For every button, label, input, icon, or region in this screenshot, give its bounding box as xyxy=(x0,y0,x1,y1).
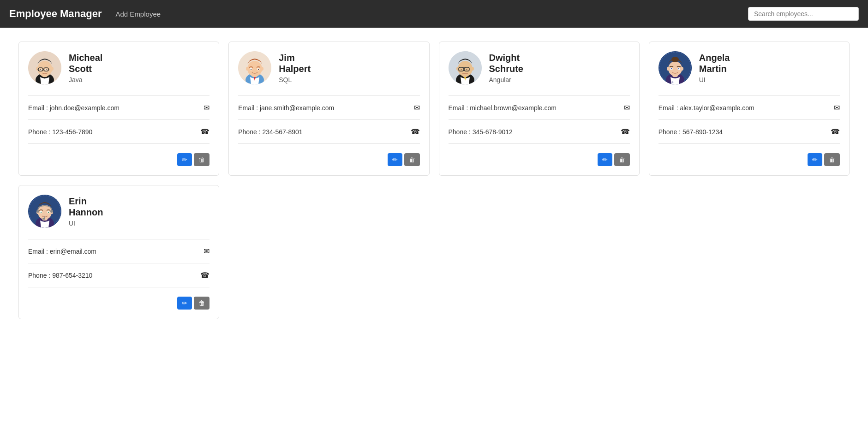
phone-icon: ☎ xyxy=(200,127,210,136)
card-actions: ✏ 🗑 xyxy=(28,297,210,310)
card-actions: ✏ 🗑 xyxy=(449,153,630,166)
edit-button[interactable]: ✏ xyxy=(598,153,612,166)
email-divider xyxy=(28,239,210,239)
svg-point-30 xyxy=(471,67,474,71)
email-icon: ✉ xyxy=(414,103,420,112)
phone-row: Phone : 234-567-8901 ☎ xyxy=(238,124,419,140)
card-name-dept: MichealScott Java xyxy=(69,52,102,83)
actions-divider xyxy=(28,143,210,144)
empty-cell xyxy=(439,185,640,319)
svg-point-3 xyxy=(37,61,52,77)
employee-name: DwightSchrute xyxy=(489,52,523,74)
employee-card: ✦ AngelaMartin UI Email : alex.taylor@ex… xyxy=(649,42,850,176)
phone-divider xyxy=(238,119,419,120)
svg-text:✦: ✦ xyxy=(670,80,674,84)
add-employee-link[interactable]: Add Employee xyxy=(116,10,161,18)
email-divider xyxy=(28,95,210,96)
employee-dept: UI xyxy=(69,220,103,227)
card-header: DwightSchrute Angular xyxy=(449,51,630,84)
phone-divider xyxy=(28,263,210,263)
actions-divider xyxy=(28,287,210,287)
svg-point-44 xyxy=(671,57,679,62)
employee-name: MichealScott xyxy=(69,52,102,74)
phone-divider xyxy=(28,119,210,120)
employee-name: JimHalpert xyxy=(279,52,311,74)
employee-name: ErinHannon xyxy=(69,196,103,218)
svg-point-60 xyxy=(48,212,49,213)
edit-button[interactable]: ✏ xyxy=(177,153,192,166)
employee-dept: Java xyxy=(69,76,102,83)
email-icon: ✉ xyxy=(204,247,210,256)
phone-icon: ☎ xyxy=(411,127,420,136)
employee-name: AngelaMartin xyxy=(699,52,730,74)
email-row: Email : john.doe@example.com ✉ xyxy=(28,100,210,116)
avatar xyxy=(238,51,271,84)
svg-point-35 xyxy=(466,69,467,70)
svg-point-42 xyxy=(667,67,670,71)
email-label: Email : john.doe@example.com xyxy=(28,104,120,112)
phone-row: Phone : 567-890-1234 ☎ xyxy=(658,124,840,140)
actions-divider xyxy=(658,143,840,144)
svg-point-34 xyxy=(461,69,461,70)
edit-button[interactable]: ✏ xyxy=(177,297,192,310)
email-label: Email : jane.smith@example.com xyxy=(238,104,334,112)
card-name-dept: ErinHannon UI xyxy=(69,196,103,227)
card-actions: ✏ 🗑 xyxy=(28,153,210,166)
svg-point-14 xyxy=(46,69,47,70)
card-name-dept: JimHalpert SQL xyxy=(279,52,311,83)
delete-button[interactable]: 🗑 xyxy=(194,297,210,310)
avatar xyxy=(28,51,61,84)
delete-button[interactable]: 🗑 xyxy=(614,153,630,166)
delete-button[interactable]: 🗑 xyxy=(404,153,420,166)
delete-button[interactable]: 🗑 xyxy=(824,153,840,166)
search-input[interactable] xyxy=(748,7,859,21)
card-name-dept: DwightSchrute Angular xyxy=(489,52,523,83)
phone-row: Phone : 123-456-7890 ☎ xyxy=(28,124,210,140)
svg-point-43 xyxy=(681,67,683,71)
email-row: Email : alex.taylor@example.com ✉ xyxy=(658,100,840,116)
employee-grid: MichealScott Java Email : john.doe@examp… xyxy=(18,42,850,319)
app-title: Employee Manager xyxy=(9,8,102,20)
svg-point-48 xyxy=(678,68,679,69)
email-icon: ✉ xyxy=(204,103,210,112)
phone-divider xyxy=(658,119,840,120)
svg-point-18 xyxy=(247,61,262,77)
email-divider xyxy=(449,95,630,96)
phone-icon: ☎ xyxy=(621,127,630,136)
employee-card: MichealScott Java Email : john.doe@examp… xyxy=(18,42,219,176)
email-icon: ✉ xyxy=(624,103,630,112)
phone-row: Phone : 345-678-9012 ☎ xyxy=(449,124,630,140)
delete-button[interactable]: 🗑 xyxy=(194,153,210,166)
employee-card: JimHalpert SQL Email : jane.smith@exampl… xyxy=(228,42,429,176)
svg-point-20 xyxy=(261,67,263,71)
phone-icon: ☎ xyxy=(831,127,840,136)
main-content: MichealScott Java Email : john.doe@examp… xyxy=(0,28,868,447)
card-header: ✦ AngelaMartin UI xyxy=(658,51,840,84)
email-label: Email : erin@email.com xyxy=(28,248,96,255)
actions-divider xyxy=(238,143,419,144)
card-actions: ✏ 🗑 xyxy=(238,153,419,166)
employee-card: ErinHannon UI Email : erin@email.com ✉ P… xyxy=(18,185,219,319)
empty-cell xyxy=(649,185,850,319)
svg-point-62 xyxy=(50,210,53,213)
phone-label: Phone : 567-890-1234 xyxy=(658,128,723,136)
avatar: ✦ xyxy=(658,51,692,84)
email-label: Email : alex.taylor@example.com xyxy=(658,104,754,112)
navbar: Employee Manager Add Employee xyxy=(0,0,868,28)
svg-point-23 xyxy=(251,69,251,70)
email-row: Email : erin@email.com ✉ xyxy=(28,243,210,259)
email-divider xyxy=(658,95,840,96)
svg-rect-63 xyxy=(42,218,45,220)
edit-button[interactable]: ✏ xyxy=(808,153,822,166)
svg-point-24 xyxy=(258,69,259,70)
empty-cell xyxy=(228,185,429,319)
edit-button[interactable]: ✏ xyxy=(388,153,402,166)
phone-icon: ☎ xyxy=(200,271,210,280)
svg-point-59 xyxy=(41,212,42,213)
svg-point-28 xyxy=(458,61,473,77)
card-actions: ✏ 🗑 xyxy=(658,153,840,166)
phone-label: Phone : 987-654-3210 xyxy=(28,272,92,279)
phone-label: Phone : 123-456-7890 xyxy=(28,128,92,136)
card-header: JimHalpert SQL xyxy=(238,51,419,84)
email-divider xyxy=(238,95,419,96)
